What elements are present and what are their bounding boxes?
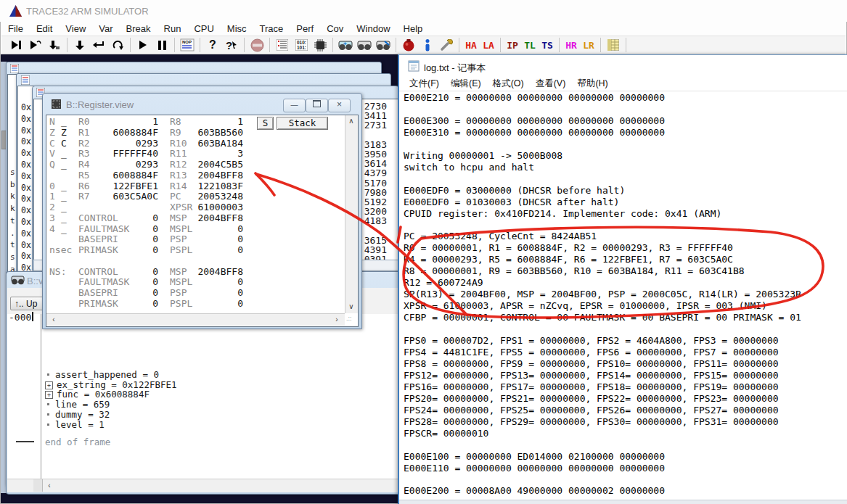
variable-row[interactable]: line = 659 — [45, 399, 110, 409]
toolbar-separator — [626, 38, 626, 52]
menu-edit[interactable]: Edit — [30, 22, 59, 36]
scroll-left-arrow[interactable]: ‹ — [44, 482, 55, 489]
scroll-down-arrow[interactable]: ∨ — [345, 302, 357, 310]
view-binoculars-button[interactable] — [355, 37, 374, 53]
menu-window[interactable]: Window — [350, 22, 396, 36]
peripherals-chip-button[interactable] — [311, 37, 330, 53]
nop-mode-button[interactable]: NOP — [178, 37, 197, 53]
hex-prefix: 0x — [21, 125, 31, 136]
menu-trace[interactable]: Trace — [253, 22, 290, 36]
vertical-scrollbar[interactable]: ∧ ∨ — [345, 115, 358, 313]
menu-perf[interactable]: Perf — [290, 22, 320, 36]
notepad-text-area[interactable]: E000E210 = 00000000 00000000 00000000 00… — [404, 92, 846, 497]
mmu-grid-button[interactable] — [604, 37, 623, 53]
register-row: nsecPRIMASK0PSPL0 — [46, 245, 358, 255]
stop-button[interactable] — [247, 37, 266, 53]
data-dump-button[interactable]: 010:101: — [292, 37, 311, 53]
expand-plus-icon[interactable]: + — [45, 381, 53, 389]
horizontal-scrollbar[interactable]: ‹ — [7, 479, 401, 492]
menu-misc[interactable]: Misc — [221, 22, 253, 36]
breakpoint-bomb-button[interactable] — [399, 37, 418, 53]
maximize-button[interactable] — [306, 99, 328, 112]
scroll-right-arrow[interactable]: › — [331, 315, 343, 323]
variable-row[interactable]: assert_happened = 0 — [45, 369, 159, 379]
notepad-menu-4[interactable]: 帮助(H) — [571, 78, 613, 90]
data-list-button[interactable] — [273, 37, 292, 53]
horizontal-scrollbar[interactable] — [399, 500, 847, 504]
notepad-line — [404, 139, 846, 150]
variable-window-content[interactable]: -000 assert_happened = 0+ex_string = 0x1… — [7, 314, 401, 479]
info-button[interactable] — [418, 37, 437, 53]
text-fragment: k — [10, 191, 15, 201]
close-button[interactable]: × — [328, 99, 351, 112]
variable-row[interactable]: level = 1 — [45, 419, 105, 429]
go-up-button[interactable] — [108, 37, 127, 53]
register-cell: 603C5A0C — [78, 191, 158, 202]
notepad-menu-3[interactable]: 查看(V) — [530, 78, 572, 90]
main-title-bar[interactable]: TRACE32 ARM SIMULATOR — [0, 0, 847, 22]
tl-button[interactable]: TL — [521, 37, 539, 53]
notepad-menu-2[interactable]: 格式(O) — [487, 78, 530, 90]
break-button[interactable] — [152, 37, 171, 53]
menu-cpu[interactable]: CPU — [187, 22, 220, 36]
view-add-binoculars-button[interactable]: + — [336, 37, 355, 53]
register-cell: Z — [61, 128, 67, 138]
hex-prefix: 0x — [21, 183, 31, 193]
variable-row[interactable]: +func = 0x6008884F — [45, 389, 150, 399]
help-button[interactable]: ? — [203, 37, 222, 53]
gutter-divider — [41, 314, 41, 479]
secure-toggle-button[interactable]: S — [257, 117, 274, 130]
go-button[interactable] — [134, 37, 152, 53]
hr-button[interactable]: HR — [562, 37, 580, 53]
notepad-menu-1[interactable]: 编辑(E) — [445, 78, 487, 90]
stack-button[interactable]: Stack — [277, 117, 328, 130]
frame-gutter-label: -000 — [9, 312, 31, 323]
menu-cov[interactable]: Cov — [320, 22, 350, 36]
tools-wrench-button[interactable] — [437, 37, 456, 53]
register-row: 2_XPSR61000003 — [46, 202, 358, 212]
register-window-title[interactable]: B::Register.view — [66, 99, 134, 110]
notepad-title[interactable]: log.txt - 记事本 — [424, 62, 486, 75]
menu-help[interactable]: Help — [397, 22, 430, 36]
resize-grip[interactable]: .:: — [346, 315, 356, 324]
context-help-button[interactable]: ? — [222, 37, 241, 53]
go-down-button[interactable] — [70, 37, 89, 53]
register-row: 4_FAULTMASK0MSPL0 — [46, 224, 358, 234]
register-cell: 122FBFE1 — [78, 181, 158, 191]
expand-plus-icon[interactable]: + — [45, 391, 53, 399]
notepad-line: R0 = 00000001, R1 = 6008884F, R2 = 00000… — [404, 242, 846, 254]
ts-button[interactable]: TS — [539, 37, 556, 53]
notepad-line — [404, 219, 846, 231]
notepad-line: PC = 20053248, CycleCnt = 8424AB51 — [404, 231, 846, 242]
notepad-line: SP(R13) = 2004BF00, MSP = 2004BF00, PSP … — [404, 289, 846, 300]
variable-row[interactable]: +ex_string = 0x122FBFE1 — [45, 379, 177, 389]
go-return-button[interactable] — [89, 37, 108, 53]
horizontal-scrollbar[interactable]: ‹ › — [46, 313, 345, 326]
register-cell: 1 — [78, 117, 158, 127]
la-button[interactable]: LA — [480, 37, 497, 53]
menu-var[interactable]: Var — [92, 22, 119, 36]
menu-file[interactable]: File — [1, 22, 30, 36]
scroll-left-arrow[interactable]: ‹ — [48, 315, 60, 323]
ip-button[interactable]: IP — [504, 37, 521, 53]
hex-prefix: 0x — [21, 240, 31, 250]
register-cell: 0 — [78, 267, 158, 277]
menu-break[interactable]: Break — [120, 22, 157, 36]
variable-row[interactable]: dummy = 32 — [45, 409, 110, 419]
lr-button[interactable]: LR — [580, 37, 597, 53]
scroll-up-arrow[interactable]: ∧ — [345, 117, 357, 125]
notepad-menu-0[interactable]: 文件(F) — [404, 78, 445, 90]
register-cell: C — [61, 139, 67, 149]
step-button[interactable] — [7, 37, 26, 53]
menu-view[interactable]: View — [59, 22, 92, 36]
menu-run[interactable]: Run — [157, 22, 188, 36]
step-out-button[interactable] — [45, 37, 64, 53]
register-cell: 0 — [170, 234, 243, 244]
step-over-button[interactable] — [26, 37, 45, 53]
register-cell: 0 — [78, 299, 158, 309]
text-fragment: t — [10, 240, 15, 249]
notepad-menu-bar: 文件(F)编辑(E)格式(O)查看(V)帮助(H) — [404, 76, 614, 91]
minimize-button[interactable]: — — [283, 99, 306, 112]
ha-button[interactable]: HA — [462, 37, 480, 53]
view-edit-binoculars-button[interactable] — [374, 37, 393, 53]
